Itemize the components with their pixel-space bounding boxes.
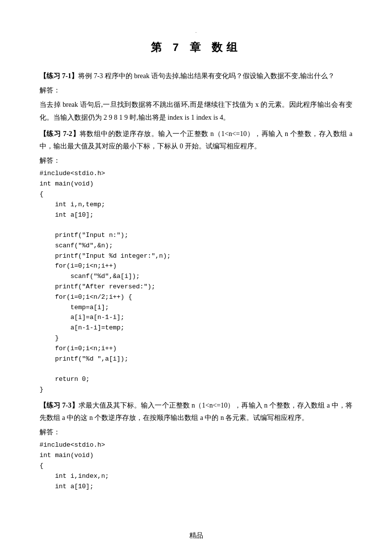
chapter-title: 第 7 章 数组 (40, 40, 352, 55)
exercise-72-header: 【练习 7-2】 (40, 130, 80, 138)
exercise-72-code: #include<stdio.h> int main(void) { int i… (40, 169, 352, 395)
exercise-73-answer-label: 解答： (40, 426, 352, 438)
exercise-71-answer-text: 当去掉 break 语句后,一旦找到数据将不跳出循环,而是继续往下找值为 x 的… (40, 98, 352, 123)
exercise-72-answer-label: 解答： (40, 154, 352, 167)
page-footer: 精品 (0, 531, 392, 540)
exercise-72-section: 【练习 7-2】将数组中的数逆序存放。输入一个正整数 n（1<n<=10），再输… (40, 128, 352, 395)
exercise-71-answer-label: 解答： (40, 84, 352, 96)
exercise-73-question: 【练习 7-3】求最大值及其下标。输入一个正整数 n（1<n<=10），再输入 … (40, 399, 352, 424)
dot-decoration: · (40, 30, 352, 35)
exercise-73-code: #include<stdio.h> int main(void) { int i… (40, 440, 352, 492)
exercise-73-header: 【练习 7-3】 (40, 402, 79, 409)
exercise-71-question: 【练习 7-1】将例 7-3 程序中的 break 语句去掉,输出结果有变化吗？… (40, 70, 352, 82)
exercise-71-section: 【练习 7-1】将例 7-3 程序中的 break 语句去掉,输出结果有变化吗？… (40, 70, 352, 124)
exercise-72-question: 【练习 7-2】将数组中的数逆序存放。输入一个正整数 n（1<n<=10），再输… (40, 128, 352, 152)
exercise-73-question-text: 求最大值及其下标。输入一个正整数 n（1<n<=10），再输入 n 个整数，存入… (40, 402, 352, 421)
exercise-71-header: 【练习 7-1】 (40, 72, 78, 80)
exercise-73-section: 【练习 7-3】求最大值及其下标。输入一个正整数 n（1<n<=10），再输入 … (40, 399, 352, 492)
exercise-72-question-text: 将数组中的数逆序存放。输入一个正整数 n（1<n<=10），再输入 n 个整数，… (40, 130, 352, 150)
page: · 第 7 章 数组 【练习 7-1】将例 7-3 程序中的 break 语句去… (0, 0, 392, 555)
exercise-71-question-text: 将例 7-3 程序中的 break 语句去掉,输出结果有变化吗？假设输入数据不变… (78, 72, 335, 80)
